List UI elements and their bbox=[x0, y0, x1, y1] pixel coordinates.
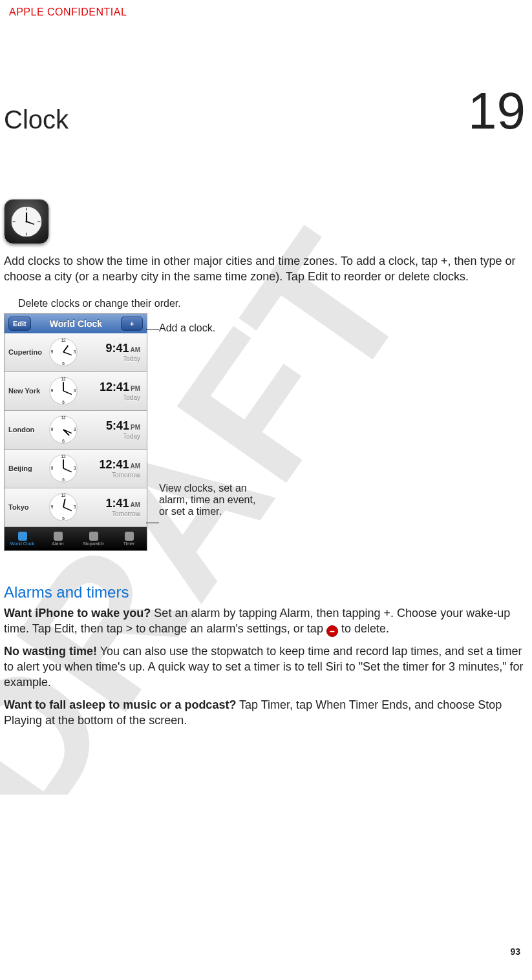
svg-text:6: 6 bbox=[62, 477, 65, 482]
svg-text:9: 9 bbox=[51, 388, 54, 393]
chapter-title: Clock bbox=[4, 105, 69, 134]
timer-icon bbox=[125, 532, 134, 541]
city-label: Cupertino bbox=[8, 348, 46, 356]
callout-add-clock: Add a clock. bbox=[159, 322, 256, 334]
ampm-label: PM bbox=[131, 424, 140, 431]
svg-text:3: 3 bbox=[74, 466, 76, 470]
navbar-title: World Clock bbox=[50, 318, 102, 329]
analog-clock-icon: 12369 bbox=[48, 415, 78, 444]
ampm-label: AM bbox=[130, 346, 140, 353]
intro-text: Add clocks to show the time in other maj… bbox=[4, 253, 528, 285]
svg-text:9: 9 bbox=[51, 505, 54, 509]
lead-in: Want iPhone to wake you? bbox=[4, 607, 151, 620]
svg-text:12: 12 bbox=[61, 415, 66, 420]
alarm-icon bbox=[54, 532, 63, 541]
analog-clock-icon: 12369 bbox=[48, 376, 78, 406]
day-label: Today bbox=[81, 394, 140, 401]
tab-label: Stopwatch bbox=[83, 541, 104, 546]
tab-bar: World Clock Alarm Stopwatch Timer bbox=[5, 527, 147, 550]
ampm-label: PM bbox=[131, 385, 140, 392]
tab-world-clock[interactable]: World Clock bbox=[5, 527, 40, 550]
clock-row[interactable]: Beijing 12369 12:41AM Tomorrow bbox=[5, 450, 147, 488]
day-label: Today bbox=[81, 433, 140, 440]
svg-text:6: 6 bbox=[62, 361, 65, 366]
navbar: Edit World Clock + bbox=[5, 314, 147, 333]
lead-in: No wasting time! bbox=[4, 645, 97, 658]
time-value: 9:41 bbox=[105, 342, 129, 355]
stopwatch-icon bbox=[89, 532, 98, 541]
svg-text:3: 3 bbox=[74, 427, 76, 432]
ampm-label: AM bbox=[130, 463, 140, 470]
svg-point-8 bbox=[25, 220, 27, 222]
tab-stopwatch[interactable]: Stopwatch bbox=[76, 527, 111, 550]
clock-row[interactable]: New York 12369 12:41PM Today bbox=[5, 372, 147, 411]
callout-delete-reorder: Delete clocks or change their order. bbox=[18, 298, 528, 309]
svg-text:3: 3 bbox=[74, 505, 76, 509]
lead-in: Want to fall asleep to music or a podcas… bbox=[4, 698, 236, 711]
clock-row[interactable]: Cupertino 12 3 6 9 9:41AM Today bbox=[5, 333, 147, 372]
tab-timer[interactable]: Timer bbox=[111, 527, 147, 550]
paragraph-sleep-timer: Want to fall asleep to music or a podcas… bbox=[4, 697, 528, 729]
svg-text:12: 12 bbox=[61, 377, 66, 381]
tab-label: Timer bbox=[123, 541, 135, 546]
time-value: 5:41 bbox=[106, 419, 129, 432]
section-heading-alarms: Alarms and timers bbox=[4, 583, 528, 601]
day-label: Tomorrow bbox=[81, 472, 140, 479]
tab-label: Alarm bbox=[52, 541, 63, 546]
svg-text:12: 12 bbox=[61, 338, 66, 342]
clock-row[interactable]: Tokyo 12369 1:41AM Tomorrow bbox=[5, 488, 147, 527]
svg-text:12: 12 bbox=[61, 493, 66, 497]
svg-text:3: 3 bbox=[74, 388, 76, 393]
tab-alarm[interactable]: Alarm bbox=[40, 527, 76, 550]
city-label: London bbox=[8, 426, 46, 433]
globe-icon bbox=[18, 532, 27, 541]
add-clock-button[interactable]: + bbox=[121, 317, 143, 331]
svg-text:9: 9 bbox=[51, 349, 54, 354]
tab-label: World Clock bbox=[10, 541, 35, 546]
day-label: Tomorrow bbox=[81, 510, 140, 517]
svg-text:9: 9 bbox=[51, 427, 54, 432]
paragraph-stopwatch: No wasting time! You can also use the st… bbox=[4, 643, 528, 691]
analog-clock-icon: 12369 bbox=[48, 454, 78, 483]
svg-text:6: 6 bbox=[62, 516, 65, 521]
svg-text:3: 3 bbox=[74, 349, 76, 354]
world-clock-screenshot: Edit World Clock + Cupertino 12 3 6 9 9:… bbox=[4, 313, 147, 551]
analog-clock-icon: 12369 bbox=[48, 492, 78, 522]
time-value: 12:41 bbox=[99, 458, 129, 471]
delete-icon: – bbox=[326, 625, 338, 637]
city-label: Tokyo bbox=[8, 503, 46, 511]
time-value: 12:41 bbox=[100, 381, 129, 393]
city-label: New York bbox=[8, 387, 46, 395]
svg-text:9: 9 bbox=[51, 466, 54, 470]
chapter-number: 19 bbox=[468, 90, 526, 132]
city-label: Beijing bbox=[8, 464, 46, 472]
time-value: 1:41 bbox=[105, 497, 129, 510]
svg-text:6: 6 bbox=[62, 400, 65, 404]
edit-button[interactable]: Edit bbox=[8, 317, 31, 331]
svg-text:6: 6 bbox=[62, 439, 65, 443]
analog-clock-icon: 12 3 6 9 bbox=[48, 337, 78, 367]
clock-app-icon bbox=[4, 199, 49, 244]
callout-tab-bar: View clocks, set an alarm, time an event… bbox=[159, 483, 256, 517]
ampm-label: AM bbox=[130, 501, 140, 508]
day-label: Today bbox=[81, 355, 140, 362]
page-number: 93 bbox=[510, 946, 520, 957]
svg-text:12: 12 bbox=[61, 454, 66, 459]
paragraph-wake: Want iPhone to wake you? Set an alarm by… bbox=[4, 605, 528, 637]
clock-row[interactable]: London 12369 5:41PM Today bbox=[5, 411, 147, 450]
